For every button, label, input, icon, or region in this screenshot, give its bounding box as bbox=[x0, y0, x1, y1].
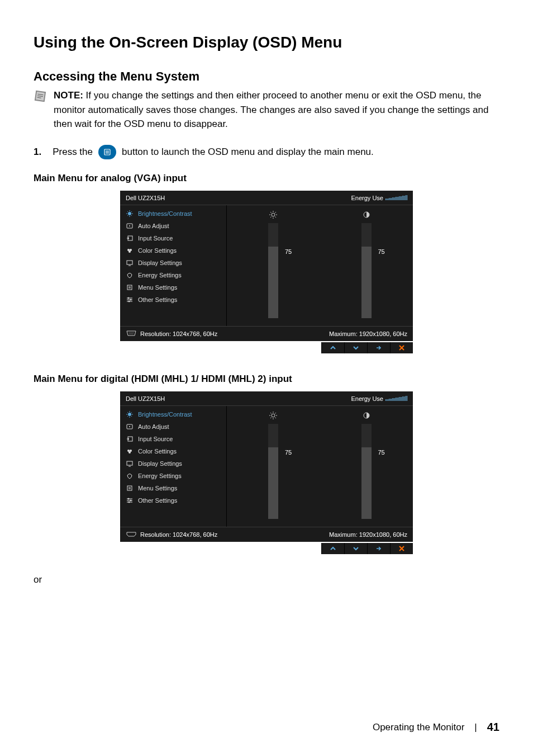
svg-point-79 bbox=[129, 502, 130, 503]
svg-point-32 bbox=[128, 297, 129, 299]
osd-menu-item[interactable]: Other Settings bbox=[120, 494, 226, 507]
menu-item-label: Color Settings bbox=[138, 247, 177, 254]
osd-menu-item[interactable]: Display Settings bbox=[120, 257, 226, 269]
osd-panel: Dell UZ2X15HEnergy UseBrightness/Contras… bbox=[120, 191, 413, 341]
menu-item-label: Other Settings bbox=[138, 497, 177, 504]
osd-menu-item[interactable]: Input Source bbox=[120, 433, 226, 445]
osd-menu-item[interactable]: Auto Adjust bbox=[120, 420, 226, 433]
menu-item-icon bbox=[126, 247, 134, 254]
svg-point-47 bbox=[131, 332, 132, 333]
subheading-hdmi: Main Menu for digital (HDMI (MHL) 1/ HDM… bbox=[34, 374, 499, 385]
svg-line-62 bbox=[131, 412, 132, 413]
contrast-value: 75 bbox=[378, 248, 385, 255]
contrast-slider[interactable]: 75 bbox=[333, 412, 400, 519]
svg-line-59 bbox=[127, 412, 128, 413]
osd-menu-item[interactable]: Color Settings bbox=[120, 244, 226, 257]
svg-line-88 bbox=[275, 413, 277, 414]
svg-point-68 bbox=[129, 451, 131, 453]
menu-item-icon bbox=[126, 259, 134, 266]
menu-item-icon bbox=[126, 210, 134, 217]
svg-point-49 bbox=[134, 332, 134, 333]
osd-menu-list: Brightness/ContrastAuto AdjustInput Sour… bbox=[120, 406, 227, 527]
brightness-icon bbox=[269, 412, 277, 419]
svg-line-40 bbox=[270, 212, 272, 213]
osd-menu-item[interactable]: Energy Settings bbox=[120, 269, 226, 281]
osd-energy: Energy Use bbox=[351, 395, 407, 402]
svg-point-48 bbox=[132, 332, 133, 333]
contrast-slider[interactable]: 75 bbox=[333, 211, 400, 318]
brightness-slider[interactable]: 75 bbox=[240, 211, 307, 318]
osd-menu-button-icon bbox=[98, 145, 116, 159]
or-text: or bbox=[34, 574, 499, 585]
svg-line-85 bbox=[270, 413, 272, 414]
osd-screenshot-hdmi: Dell UZ2X15HEnergy UseBrightness/Contras… bbox=[34, 391, 499, 554]
osd-sliders: 7575 bbox=[227, 406, 413, 527]
nav-enter-button[interactable] bbox=[367, 543, 390, 554]
svg-line-61 bbox=[127, 416, 128, 417]
nav-up-button[interactable] bbox=[321, 342, 344, 353]
menu-item-icon bbox=[126, 223, 134, 229]
nav-down-button[interactable] bbox=[344, 342, 367, 353]
svg-point-77 bbox=[128, 498, 129, 499]
osd-panel: Dell UZ2X15HEnergy UseBrightness/Contras… bbox=[120, 391, 413, 542]
svg-point-64 bbox=[129, 426, 130, 427]
resolution-text: Resolution: 1024x768, 60Hz bbox=[140, 330, 217, 337]
svg-point-51 bbox=[131, 333, 131, 334]
svg-point-54 bbox=[128, 413, 131, 416]
energy-label: Energy Use bbox=[351, 195, 383, 201]
nav-enter-button[interactable] bbox=[367, 342, 390, 353]
svg-point-9 bbox=[128, 212, 131, 215]
page-title: Using the On-Screen Display (OSD) Menu bbox=[34, 34, 499, 51]
step-number: 1. bbox=[34, 147, 41, 158]
note-body: If you change the settings and then eith… bbox=[54, 90, 488, 129]
osd-menu-item[interactable]: Color Settings bbox=[120, 445, 226, 457]
osd-menu-item[interactable]: Other Settings bbox=[120, 294, 226, 306]
osd-menu-item[interactable]: Display Settings bbox=[120, 457, 226, 470]
svg-line-41 bbox=[275, 216, 277, 218]
note-label: NOTE: bbox=[54, 90, 83, 101]
energy-bars-icon bbox=[386, 396, 407, 401]
svg-line-87 bbox=[270, 417, 272, 418]
nav-close-button[interactable] bbox=[390, 342, 413, 353]
menu-item-label: Input Source bbox=[138, 436, 173, 442]
osd-menu-item[interactable]: Menu Settings bbox=[120, 281, 226, 294]
section-heading: Accessing the Menu System bbox=[34, 69, 499, 84]
menu-item-label: Brightness/Contrast bbox=[138, 411, 192, 418]
svg-point-19 bbox=[129, 225, 130, 226]
contrast-icon bbox=[363, 412, 370, 419]
contrast-value: 75 bbox=[378, 449, 385, 456]
svg-line-43 bbox=[275, 212, 277, 213]
connector-icon bbox=[126, 330, 137, 337]
osd-energy: Energy Use bbox=[351, 195, 407, 201]
brightness-slider[interactable]: 75 bbox=[240, 412, 307, 519]
footer-section: Operating the Monitor bbox=[373, 722, 464, 733]
osd-menu-item[interactable]: Input Source bbox=[120, 232, 226, 244]
note-icon bbox=[34, 89, 47, 105]
menu-item-icon bbox=[126, 284, 134, 291]
nav-close-button[interactable] bbox=[390, 543, 413, 554]
nav-up-button[interactable] bbox=[321, 543, 344, 554]
osd-menu-item[interactable]: Brightness/Contrast bbox=[120, 408, 226, 420]
osd-model: Dell UZ2X15H bbox=[126, 195, 165, 201]
osd-footer: Resolution: 1024x768, 60HzMaximum: 1920x… bbox=[120, 527, 413, 542]
menu-item-label: Energy Settings bbox=[138, 472, 182, 479]
nav-down-button[interactable] bbox=[344, 543, 367, 554]
svg-rect-24 bbox=[127, 261, 132, 264]
menu-item-label: Input Source bbox=[138, 235, 173, 242]
subheading-vga: Main Menu for analog (VGA) input bbox=[34, 173, 499, 184]
menu-item-icon bbox=[126, 436, 134, 442]
osd-menu-item[interactable]: Energy Settings bbox=[120, 470, 226, 482]
menu-item-label: Display Settings bbox=[138, 460, 182, 467]
menu-item-label: Display Settings bbox=[138, 259, 182, 266]
osd-menu-item[interactable]: Auto Adjust bbox=[120, 220, 226, 232]
menu-item-icon bbox=[126, 497, 134, 504]
osd-model: Dell UZ2X15H bbox=[126, 395, 165, 402]
note-block: NOTE: If you change the settings and the… bbox=[34, 88, 499, 131]
osd-menu-item[interactable]: Brightness/Contrast bbox=[120, 207, 226, 220]
step-text-post: button to launch the OSD menu and displa… bbox=[122, 147, 374, 158]
connector-icon bbox=[126, 531, 137, 538]
brightness-value: 75 bbox=[285, 248, 292, 255]
contrast-icon bbox=[363, 211, 370, 219]
svg-point-46 bbox=[130, 332, 131, 333]
osd-menu-item[interactable]: Menu Settings bbox=[120, 482, 226, 494]
